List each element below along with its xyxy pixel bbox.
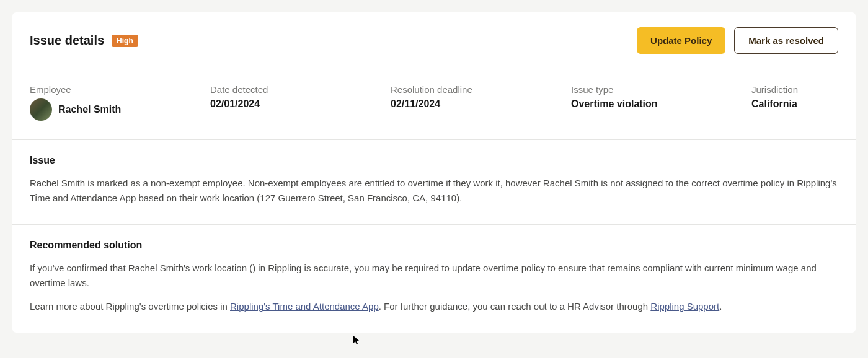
issue-heading: Issue xyxy=(30,155,838,166)
page-title: Issue details xyxy=(30,33,104,48)
card-header: Issue details High Update Policy Mark as… xyxy=(12,12,856,69)
meta-issue-type: Issue type Overtime violation xyxy=(571,84,739,121)
issue-section: Issue Rachel Smith is marked as a non-ex… xyxy=(12,140,856,224)
solution-line2-prefix: Learn more about Rippling's overtime pol… xyxy=(30,301,230,312)
meta-label-date-detected: Date detected xyxy=(210,84,378,95)
meta-label-issue-type: Issue type xyxy=(571,84,739,95)
issue-details-card: Issue details High Update Policy Mark as… xyxy=(12,12,856,333)
solution-line2-mid: . For further guidance, you can reach ou… xyxy=(379,301,651,312)
cursor-icon xyxy=(353,336,361,345)
avatar xyxy=(30,98,52,121)
solution-section: Recommended solution If you've confirmed… xyxy=(12,225,856,333)
issue-type-value: Overtime violation xyxy=(571,98,739,110)
update-policy-button[interactable]: Update Policy xyxy=(637,27,725,54)
meta-employee: Employee Rachel Smith xyxy=(30,84,198,121)
resolution-deadline-value: 02/11/2024 xyxy=(391,98,559,110)
meta-label-resolution-deadline: Resolution deadline xyxy=(391,84,559,95)
header-left: Issue details High xyxy=(30,33,138,48)
mark-resolved-button[interactable]: Mark as resolved xyxy=(734,27,838,54)
jurisdiction-value: California xyxy=(751,98,838,110)
time-attendance-link[interactable]: Rippling's Time and Attendance App xyxy=(230,301,379,312)
header-actions: Update Policy Mark as resolved xyxy=(637,27,838,54)
rippling-support-link[interactable]: Rippling Support xyxy=(650,301,719,312)
solution-body-2: Learn more about Rippling's overtime pol… xyxy=(30,299,838,314)
employee-name: Rachel Smith xyxy=(58,104,121,115)
meta-row: Employee Rachel Smith Date detected 02/0… xyxy=(12,69,856,139)
solution-heading: Recommended solution xyxy=(30,240,838,251)
solution-body-1: If you've confirmed that Rachel Smith's … xyxy=(30,261,838,290)
meta-resolution-deadline: Resolution deadline 02/11/2024 xyxy=(391,84,559,121)
meta-label-employee: Employee xyxy=(30,84,198,95)
priority-badge: High xyxy=(112,35,138,47)
meta-jurisdiction: Jurisdiction California xyxy=(751,84,838,121)
issue-body: Rachel Smith is marked as a non-exempt e… xyxy=(30,176,838,206)
date-detected-value: 02/01/2024 xyxy=(210,98,378,110)
meta-label-jurisdiction: Jurisdiction xyxy=(751,84,838,95)
meta-date-detected: Date detected 02/01/2024 xyxy=(210,84,378,121)
solution-line2-suffix: . xyxy=(719,301,722,312)
employee-row: Rachel Smith xyxy=(30,98,198,121)
